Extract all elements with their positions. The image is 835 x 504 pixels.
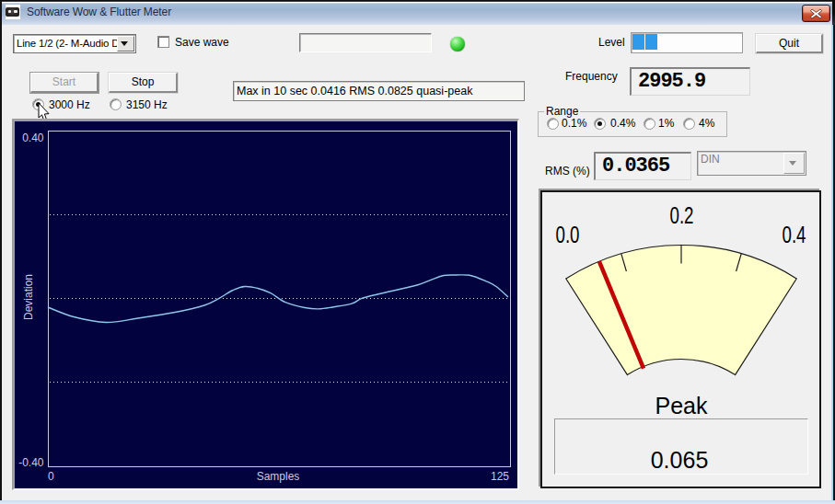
svg-text:125: 125	[491, 470, 509, 483]
svg-text:-0.40: -0.40	[18, 456, 44, 469]
svg-text:Deviation: Deviation	[22, 274, 35, 320]
svg-text:0.40: 0.40	[22, 132, 44, 144]
svg-text:0: 0	[48, 470, 54, 483]
svg-text:Samples: Samples	[257, 470, 300, 483]
